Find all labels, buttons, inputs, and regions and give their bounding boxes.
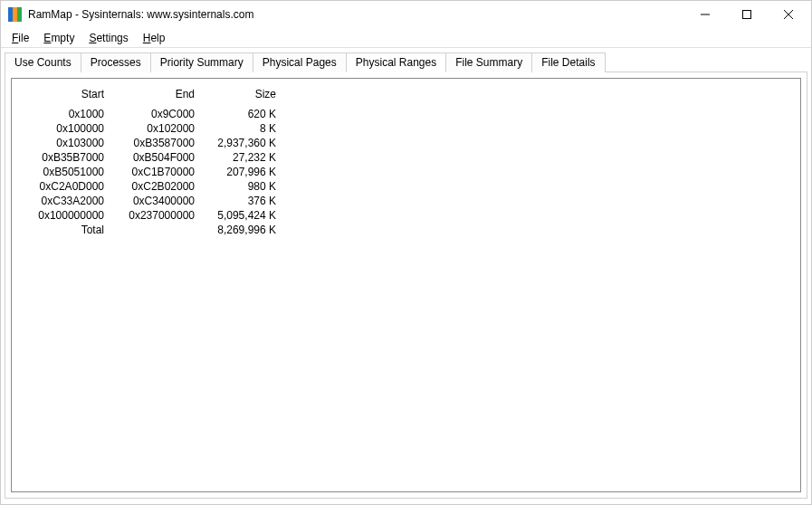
menubar: FileEmptySettingsHelp — [1, 28, 811, 48]
cell-size: 5,095,424 K — [202, 208, 283, 223]
cell-size: 2,937,360 K — [202, 136, 283, 150]
table-row[interactable]: 0x1000000000x2370000005,095,424 K — [21, 208, 283, 223]
cell-start: 0x100000000 — [21, 208, 111, 223]
client-area: Use CountsProcessesPriority SummaryPhysi… — [1, 48, 811, 504]
close-button[interactable] — [768, 1, 809, 28]
table-row[interactable]: 0x1000000x1020008 K — [21, 121, 283, 136]
cell-size: 980 K — [202, 179, 283, 194]
tab-physical-ranges[interactable]: Physical Ranges — [346, 52, 446, 72]
menu-empty[interactable]: Empty — [36, 30, 81, 46]
cell-start: 0x100000 — [21, 121, 111, 136]
cell-start: Total — [21, 223, 111, 237]
col-header-start[interactable]: Start — [21, 86, 111, 107]
cell-end: 0x9C000 — [111, 107, 202, 122]
cell-start: 0xB5051000 — [21, 165, 111, 179]
svg-rect-1 — [743, 11, 751, 19]
cell-size: 207,996 K — [202, 165, 283, 179]
cell-end: 0x102000 — [111, 121, 202, 136]
cell-start: 0x1000 — [21, 107, 111, 122]
table-row[interactable]: 0xC33A20000xC3400000376 K — [21, 194, 283, 208]
cell-size: 8,269,996 K — [202, 223, 283, 237]
minimize-button[interactable] — [684, 1, 726, 28]
cell-end: 0xC1B70000 — [111, 165, 202, 179]
table-row[interactable]: Total8,269,996 K — [21, 223, 283, 237]
cell-start: 0x103000 — [21, 136, 111, 150]
cell-end: 0xC2B02000 — [111, 179, 202, 194]
minimize-icon — [701, 10, 710, 19]
app-icon — [8, 7, 23, 22]
menu-settings[interactable]: Settings — [81, 30, 135, 46]
tabstrip: Use CountsProcessesPriority SummaryPhysi… — [5, 52, 807, 72]
tab-file-summary[interactable]: File Summary — [445, 52, 532, 72]
cell-size: 27,232 K — [202, 150, 283, 165]
close-icon — [784, 10, 793, 19]
table-row[interactable]: 0x1030000xB35870002,937,360 K — [21, 136, 283, 150]
tab-panel: Start End Size 0x10000x9C000620 K0x10000… — [5, 71, 807, 499]
cell-size: 8 K — [202, 121, 283, 136]
col-header-size[interactable]: Size — [202, 86, 283, 107]
cell-end: 0xB3587000 — [111, 136, 202, 150]
cell-start: 0xB35B7000 — [21, 150, 111, 165]
cell-size: 620 K — [202, 107, 283, 122]
cell-size: 376 K — [202, 194, 283, 208]
table-row[interactable]: 0x10000x9C000620 K — [21, 107, 283, 122]
table-row[interactable]: 0xB50510000xC1B70000207,996 K — [21, 165, 283, 179]
table-row[interactable]: 0xC2A0D0000xC2B02000980 K — [21, 179, 283, 194]
ranges-frame: Start End Size 0x10000x9C000620 K0x10000… — [11, 78, 801, 492]
tab-priority-summary[interactable]: Priority Summary — [150, 52, 253, 72]
cell-end — [111, 223, 202, 237]
table-row[interactable]: 0xB35B70000xB504F00027,232 K — [21, 150, 283, 165]
table-header-row: Start End Size — [21, 86, 283, 107]
cell-end: 0xB504F000 — [111, 150, 202, 165]
col-header-end[interactable]: End — [111, 86, 202, 107]
tab-processes[interactable]: Processes — [81, 52, 151, 72]
cell-start: 0xC2A0D000 — [21, 179, 111, 194]
window-controls — [684, 1, 809, 28]
ranges-table: Start End Size 0x10000x9C000620 K0x10000… — [21, 86, 283, 237]
tab-use-counts[interactable]: Use Counts — [5, 52, 81, 72]
maximize-icon — [742, 10, 751, 19]
cell-start: 0xC33A2000 — [21, 194, 111, 208]
menu-file[interactable]: File — [5, 30, 36, 46]
cell-end: 0xC3400000 — [111, 194, 202, 208]
titlebar: RamMap - Sysinternals: www.sysinternals.… — [1, 1, 811, 28]
tab-file-details[interactable]: File Details — [531, 52, 605, 72]
window-title: RamMap - Sysinternals: www.sysinternals.… — [28, 8, 684, 21]
maximize-button[interactable] — [726, 1, 768, 28]
cell-end: 0x237000000 — [111, 208, 202, 223]
menu-help[interactable]: Help — [136, 30, 173, 46]
tab-physical-pages[interactable]: Physical Pages — [253, 52, 347, 72]
